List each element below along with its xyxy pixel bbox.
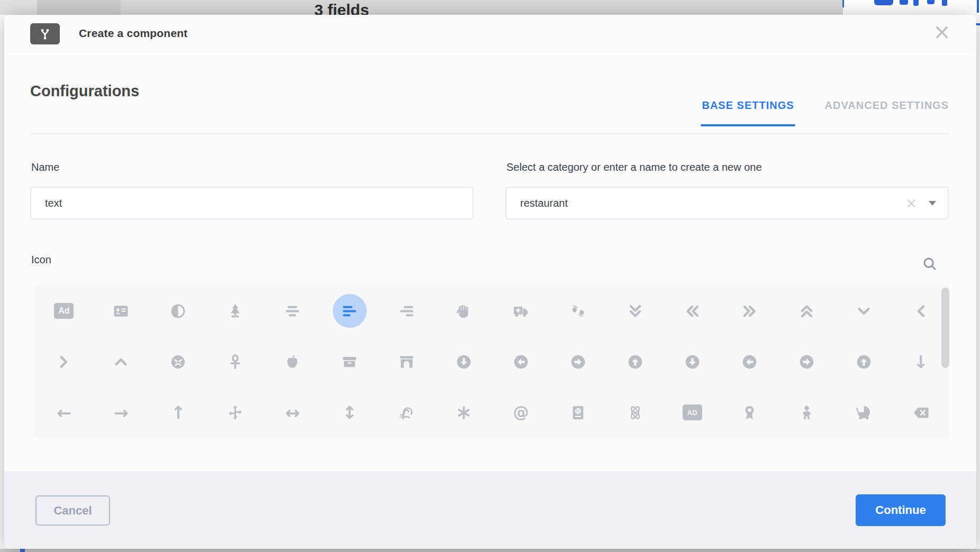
icon-cell-ambulance[interactable] — [504, 294, 538, 328]
angry-icon — [170, 354, 186, 370]
align-left-icon — [341, 303, 358, 319]
icon-label: Icon — [31, 254, 51, 266]
close-button[interactable]: × — [929, 19, 955, 44]
icon-cell-arrow-alt-circle-down[interactable] — [447, 345, 481, 379]
icon-cell-american-sign-language-interpreting[interactable] — [561, 294, 595, 328]
american-sign-language-interpreting-icon — [570, 303, 586, 319]
icon-cell-align-left[interactable] — [333, 294, 367, 328]
icon-cell-arrow-left[interactable]: ← — [47, 395, 81, 429]
arrow-circle-right-icon — [798, 354, 815, 370]
modal-title: Create a component — [79, 27, 187, 40]
modal-header: Create a component × — [4, 15, 976, 53]
air-freshener-icon — [227, 303, 243, 319]
icon-cell-arrow-alt-circle-up[interactable] — [618, 345, 652, 379]
arrows-alt-v-icon: ↕ — [342, 404, 357, 421]
icon-cell-baby[interactable] — [790, 395, 823, 429]
icon-cell-align-center[interactable] — [276, 294, 310, 328]
icon-cell-adjust[interactable] — [161, 294, 195, 328]
background-blue-text-fragment — [913, 0, 919, 6]
tab-advanced-settings[interactable]: ADVANCED SETTINGS — [825, 99, 949, 122]
name-input[interactable] — [31, 197, 458, 209]
clear-icon[interactable]: × — [905, 196, 917, 210]
icon-cell-arrow-circle-down[interactable] — [675, 345, 709, 379]
icon-cell-archive[interactable] — [333, 345, 367, 379]
background-blue-fragment — [976, 23, 980, 25]
cancel-button[interactable]: Cancel — [35, 495, 110, 526]
angle-double-down-icon — [627, 303, 643, 319]
section-divider — [30, 133, 949, 134]
icon-cell-award[interactable] — [732, 395, 766, 429]
modal-footer: Cancel Continue — [4, 471, 976, 549]
continue-button[interactable]: Continue — [856, 494, 946, 526]
icon-cell-angle-up[interactable] — [104, 345, 138, 379]
allergies-icon — [456, 303, 472, 319]
background-clipped-heading: 3 fields — [314, 1, 369, 15]
icon-cell-asterisk[interactable] — [447, 395, 481, 429]
apple-alt-icon — [284, 354, 301, 370]
icon-cell-audio-description[interactable]: AD — [675, 395, 709, 429]
assistive-listening-systems-icon — [398, 404, 415, 421]
icon-cell-arrow-alt-circle-right[interactable] — [561, 345, 595, 379]
category-value: restaurant — [506, 197, 905, 209]
angle-up-icon — [113, 354, 129, 370]
angle-double-up-icon — [798, 303, 815, 319]
background-segment — [0, 0, 37, 15]
category-select[interactable]: restaurant × — [505, 187, 949, 219]
background-page-bottom-strip — [0, 549, 980, 552]
icon-cell-ankh[interactable] — [219, 345, 252, 379]
icon-cell-angle-down[interactable] — [847, 294, 881, 328]
baby-icon — [798, 404, 815, 421]
icon-cell-at[interactable]: @ — [504, 395, 538, 429]
icon-cell-angle-double-left[interactable] — [675, 294, 709, 328]
icon-grid: Ad↓←→↑↔↕@AD — [35, 286, 949, 438]
arrow-circle-down-icon — [684, 354, 701, 370]
tab-base-settings[interactable]: BASE SETTINGS — [702, 99, 794, 122]
arrow-right-icon: → — [114, 404, 129, 421]
icon-cell-arrow-circle-right[interactable] — [790, 345, 823, 379]
icon-cell-angle-double-right[interactable] — [732, 294, 766, 328]
icon-cell-baby-carriage[interactable] — [847, 395, 881, 429]
component-icon — [30, 23, 60, 44]
icon-cell-arrow-up[interactable]: ↑ — [161, 395, 195, 429]
background-white-area — [843, 0, 980, 15]
icon-cell-angle-right[interactable] — [47, 345, 81, 379]
icon-cell-angle-double-up[interactable] — [790, 294, 823, 328]
icon-cell-archway[interactable] — [390, 345, 424, 379]
icon-cell-arrow-down[interactable]: ↓ — [904, 345, 938, 379]
icon-cell-arrow-right[interactable]: → — [104, 395, 138, 429]
icon-cell-arrows-alt-v[interactable]: ↕ — [333, 395, 367, 429]
audio-description-icon: AD — [683, 404, 702, 420]
address-card-icon — [113, 303, 129, 319]
scrollbar-thumb[interactable] — [941, 288, 949, 368]
icon-cell-ad[interactable]: Ad — [47, 294, 81, 328]
category-label: Select a category or enter a name to cre… — [506, 161, 762, 173]
icon-cell-angle-double-down[interactable] — [618, 294, 652, 328]
icon-cell-angry[interactable] — [161, 345, 195, 379]
icon-cell-apple-alt[interactable] — [276, 345, 310, 379]
icon-cell-angle-left[interactable] — [904, 294, 938, 328]
arrows-alt-icon — [227, 404, 243, 421]
baby-carriage-icon — [856, 404, 872, 421]
icon-cell-address-card[interactable] — [104, 294, 138, 328]
icon-cell-allergies[interactable] — [447, 294, 481, 328]
icon-cell-arrow-alt-circle-left[interactable] — [504, 345, 538, 379]
close-icon: × — [933, 21, 951, 42]
angle-down-icon — [856, 303, 872, 319]
icon-cell-align-right[interactable] — [390, 294, 424, 328]
chevron-down-icon[interactable] — [929, 201, 936, 206]
icon-cell-air-freshener[interactable] — [219, 294, 252, 328]
icon-cell-backspace[interactable] — [904, 395, 938, 429]
icon-cell-arrows-alt[interactable] — [219, 395, 252, 429]
background-blue-icon-fragment — [874, 0, 893, 5]
settings-tabs: BASE SETTINGS ADVANCED SETTINGS — [702, 99, 949, 122]
angle-left-icon — [913, 303, 929, 319]
ad-icon: Ad — [54, 303, 74, 319]
icon-cell-arrow-circle-up[interactable] — [847, 345, 881, 379]
icon-cell-atom[interactable] — [618, 395, 652, 429]
icon-cell-arrows-alt-h[interactable]: ↔ — [276, 395, 310, 429]
icon-cell-atlas[interactable] — [561, 395, 595, 429]
icon-cell-assistive-listening-systems[interactable] — [390, 395, 424, 429]
icon-cell-arrow-circle-left[interactable] — [732, 345, 766, 379]
arrow-down-icon: ↓ — [913, 353, 928, 371]
search-button[interactable] — [922, 256, 941, 275]
